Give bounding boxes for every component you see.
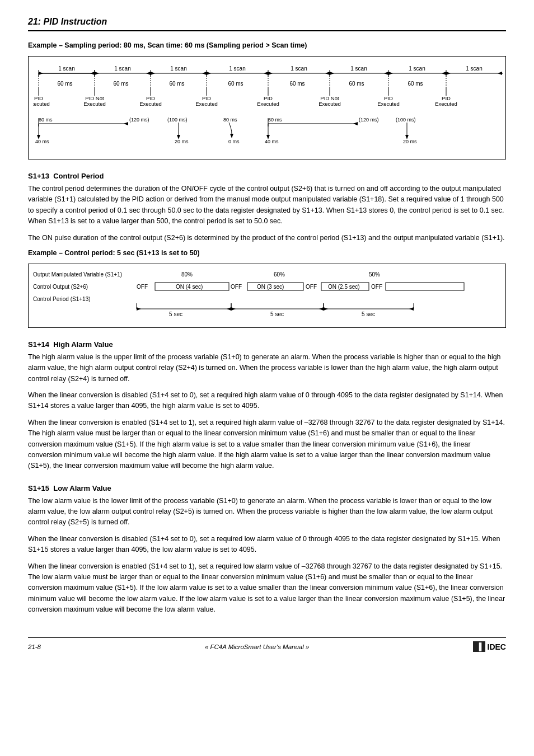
svg-marker-22 <box>325 72 330 75</box>
svg-marker-76 <box>124 122 128 125</box>
footer-page-number: 21-8 <box>28 644 41 650</box>
logo-text: IDEC <box>488 642 506 651</box>
svg-text:1 scan: 1 scan <box>229 65 245 72</box>
section-s1-15-header: S1+15 Low Alarm Value <box>28 484 506 492</box>
svg-text:60 ms: 60 ms <box>268 117 282 123</box>
svg-text:Executed: Executed <box>257 101 279 107</box>
svg-text:60 ms: 60 ms <box>349 81 364 87</box>
svg-marker-25 <box>330 72 334 75</box>
svg-text:80 ms: 80 ms <box>223 117 237 123</box>
svg-text:1 scan: 1 scan <box>114 65 130 72</box>
section-s1-14-header: S1+14 High Alarm Value <box>28 340 506 349</box>
svg-marker-134 <box>409 307 414 311</box>
footer-title: « FC4A MicroSmart User's Manual » <box>205 644 309 650</box>
svg-text:OFF: OFF <box>371 284 382 290</box>
svg-text:1 scan: 1 scan <box>466 65 482 72</box>
svg-marker-33 <box>498 72 502 75</box>
svg-marker-4 <box>39 72 43 75</box>
svg-marker-87 <box>230 134 233 138</box>
control-diagram-svg: Output Manipulated Variable (S1+1) 80% 6… <box>33 269 481 322</box>
svg-text:Executed: Executed <box>195 101 218 107</box>
section-s1-14-number: S1+14 <box>28 340 49 349</box>
section-s1-15-name: Low Alarm Value <box>53 484 111 492</box>
svg-marker-121 <box>137 307 141 311</box>
svg-text:Control Output (S2+6): Control Output (S2+6) <box>33 284 88 290</box>
svg-marker-5 <box>90 72 95 75</box>
svg-marker-30 <box>442 72 446 75</box>
svg-text:80%: 80% <box>181 271 193 278</box>
svg-marker-29 <box>388 72 393 75</box>
section-s1-14-para1: The high alarm value is the upper limit … <box>28 352 506 384</box>
svg-text:20 ms: 20 ms <box>175 139 189 144</box>
svg-text:(100 ms): (100 ms) <box>167 117 188 123</box>
svg-text:60 ms: 60 ms <box>39 117 53 123</box>
section-s1-15-para2: When the linear conversion is disabled (… <box>28 534 506 556</box>
section-s1-14-para3: When the linear conversion is enabled (S… <box>28 417 506 472</box>
svg-text:Executed: Executed <box>435 101 457 107</box>
control-period-diagram: Output Manipulated Variable (S1+1) 80% 6… <box>28 264 506 328</box>
svg-text:50%: 50% <box>369 271 380 278</box>
svg-marker-13 <box>151 72 155 75</box>
footer-logo: ▐ IDEC <box>473 641 506 652</box>
section-s1-13-para2: The ON pulse duration of the control out… <box>28 233 506 243</box>
svg-text:60 ms: 60 ms <box>169 81 184 87</box>
svg-marker-133 <box>324 307 328 311</box>
svg-text:0 ms: 0 ms <box>228 139 240 144</box>
svg-text:5 sec: 5 sec <box>270 311 284 317</box>
logo-box: ▐ <box>473 641 485 652</box>
section-s1-14-name: High Alarm Value <box>53 340 113 349</box>
svg-text:Executed: Executed <box>318 101 341 107</box>
svg-text:Executed: Executed <box>377 101 400 107</box>
svg-text:60 ms: 60 ms <box>113 81 128 87</box>
svg-text:OFF: OFF <box>137 284 148 290</box>
svg-text:60 ms: 60 ms <box>57 81 72 87</box>
svg-marker-9 <box>95 72 99 75</box>
section-s1-15-number: S1+15 <box>28 484 49 492</box>
svg-text:1 scan: 1 scan <box>170 65 186 72</box>
svg-text:OFF: OFF <box>231 284 242 290</box>
svg-marker-122 <box>227 307 231 311</box>
svg-marker-26 <box>384 72 388 75</box>
svg-text:ON (2.5 sec): ON (2.5 sec) <box>328 284 360 290</box>
svg-marker-127 <box>231 307 236 311</box>
section-s1-15-para1: The low alarm value is the lower limit o… <box>28 496 506 528</box>
svg-text:Control Period (S1+13): Control Period (S1+13) <box>33 296 91 302</box>
svg-text:ON (4 sec): ON (4 sec) <box>176 284 203 290</box>
svg-text:40 ms: 40 ms <box>35 139 49 144</box>
svg-text:5 sec: 5 sec <box>169 311 182 317</box>
svg-text:5 sec: 5 sec <box>362 311 375 317</box>
svg-text:(100 ms): (100 ms) <box>396 117 416 123</box>
svg-marker-21 <box>268 72 273 75</box>
section-s1-13-header: S1+13 Control Period <box>28 172 506 180</box>
example1-title: Example – Sampling period: 80 ms, Scan t… <box>28 41 506 49</box>
section-s1-15-para3: When the linear conversion is enabled (S… <box>28 561 506 616</box>
svg-text:Executed: Executed <box>33 101 50 107</box>
svg-text:(120 ms): (120 ms) <box>129 117 149 123</box>
svg-text:60%: 60% <box>274 271 285 278</box>
svg-text:ON (3 sec): ON (3 sec) <box>257 284 284 290</box>
svg-text:Output Manipulated Variable (S: Output Manipulated Variable (S1+1) <box>33 271 122 278</box>
svg-marker-14 <box>202 72 207 75</box>
svg-marker-18 <box>264 72 268 75</box>
svg-text:60 ms: 60 ms <box>228 81 243 87</box>
svg-text:OFF: OFF <box>306 284 317 290</box>
svg-marker-91 <box>353 122 358 125</box>
svg-text:Executed: Executed <box>139 101 162 107</box>
svg-marker-128 <box>319 307 324 311</box>
svg-text:60 ms: 60 ms <box>289 81 305 87</box>
page-title: 21: PID Instruction <box>28 17 107 26</box>
svg-text:Executed: Executed <box>83 101 106 107</box>
section-s1-13-name: Control Period <box>53 172 104 180</box>
svg-text:20 ms: 20 ms <box>403 139 417 144</box>
timing-diagram-1: 1 scan 1 scan 1 scan 1 scan 1 scan 1 sca… <box>28 56 506 159</box>
svg-text:1 scan: 1 scan <box>58 65 74 72</box>
svg-text:1 scan: 1 scan <box>291 65 307 72</box>
example2-title: Example – Control period: 5 sec (S1+13 i… <box>28 249 506 257</box>
svg-text:40 ms: 40 ms <box>265 139 279 144</box>
svg-text:(120 ms): (120 ms) <box>359 117 379 123</box>
section-s1-13-number: S1+13 <box>28 172 49 180</box>
timing-diagram-svg: 1 scan 1 scan 1 scan 1 scan 1 scan 1 sca… <box>33 62 503 152</box>
section-s1-13-para1: The control period determines the durati… <box>28 184 506 227</box>
svg-marker-17 <box>207 72 211 75</box>
svg-marker-32 <box>446 72 451 75</box>
